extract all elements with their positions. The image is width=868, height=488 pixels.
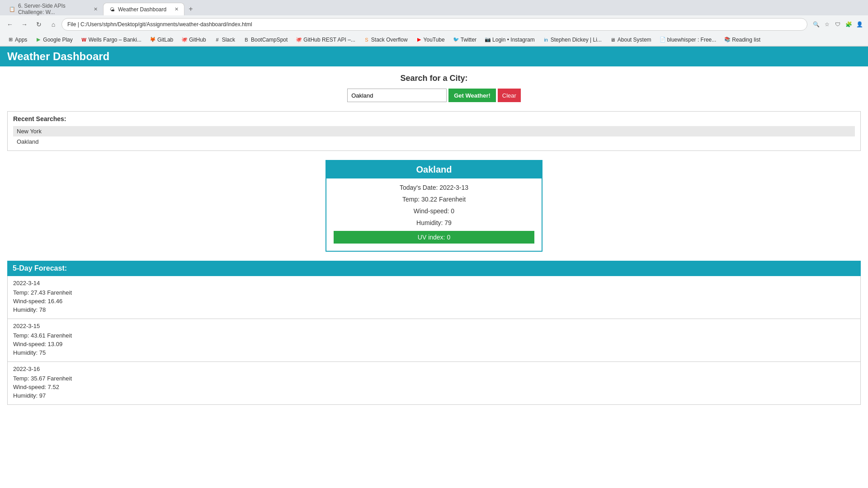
bookmark-google-play[interactable]: ▶ Google Play — [32, 36, 76, 44]
apps-icon: ⊞ — [7, 37, 14, 43]
bookmark-bluewhisper[interactable]: 📄 bluewhisper : Free... — [656, 36, 720, 44]
extensions-icon[interactable]: 🧩 — [844, 19, 854, 29]
bookmark-github-rest[interactable]: 🐙 GitHub REST API –... — [292, 36, 359, 44]
forecast-day2-humidity: Humidity: 75 — [13, 349, 855, 356]
today-wind: Wind-speed: 0 — [334, 207, 534, 215]
bookmark-instagram-label: Login • Instagram — [492, 37, 535, 43]
forward-button[interactable]: → — [18, 18, 31, 31]
tab1-close[interactable]: ✕ — [94, 6, 98, 12]
tab1-favicon: 📋 — [9, 6, 15, 12]
recent-search-item[interactable]: New York — [13, 126, 855, 136]
forecast-day2-date: 2022-3-15 — [13, 323, 855, 329]
today-date: Today's Date: 2022-3-13 — [334, 184, 534, 191]
bookmarks-bar: ⊞ Apps ▶ Google Play W Wells Fargo – Ban… — [0, 33, 868, 46]
address-input[interactable] — [61, 18, 807, 31]
profile-icon[interactable]: 👤 — [854, 19, 864, 29]
forecast-heading: 5-Day Forecast: — [7, 261, 861, 276]
tab2-close[interactable]: ✕ — [175, 6, 179, 12]
bookmark-apps[interactable]: ⊞ Apps — [4, 36, 31, 44]
weather-card-body: Today's Date: 2022-3-13 Temp: 30.22 Fare… — [326, 178, 542, 251]
tab-bar: 📋 6. Server-Side APIs Challenge: W... ✕ … — [0, 0, 868, 15]
recent-searches-section: Recent Searches: New York Oakland — [7, 111, 861, 151]
linkedin-icon: in — [543, 37, 549, 43]
bluewhisper-icon: 📄 — [660, 37, 666, 43]
bookmark-google-play-label: Google Play — [43, 37, 72, 43]
forecast-day3-temp: Temp: 35.67 Farenheit — [13, 375, 855, 382]
bookmark-wells-fargo-label: Wells Fargo – Banki... — [89, 37, 142, 43]
github-rest-icon: 🐙 — [296, 37, 302, 43]
wells-fargo-icon: W — [81, 37, 87, 43]
gitlab-icon: 🦊 — [150, 37, 156, 43]
bookmark-slack[interactable]: # Slack — [211, 36, 239, 44]
uv-index-bar: UV index: 0 — [334, 231, 534, 244]
tab-inactive[interactable]: 📋 6. Server-Side APIs Challenge: W... ✕ — [4, 3, 103, 15]
bookmark-stephen-dickey[interactable]: in Stephen Dickey | Li... — [539, 36, 605, 44]
address-bar-icons: 🔍 ☆ 🛡 🧩 👤 — [811, 19, 864, 29]
weather-card: Oakland Today's Date: 2022-3-13 Temp: 30… — [326, 160, 542, 252]
forecast-day1-wind: Wind-speed: 16.46 — [13, 298, 855, 305]
forecast-day1-humidity: Humidity: 78 — [13, 306, 855, 313]
tab-active[interactable]: 🌤 Weather Dashboard ✕ — [103, 3, 184, 15]
bookmark-stackoverflow[interactable]: S Stack Overflow — [360, 36, 411, 44]
browser-chrome: 📋 6. Server-Side APIs Challenge: W... ✕ … — [0, 0, 868, 47]
search-heading: Search for a City: — [7, 74, 861, 83]
tab2-title: Weather Dashboard — [118, 6, 166, 13]
google-play-icon: ▶ — [35, 37, 42, 43]
bookmark-reading-list-label: Reading list — [732, 37, 760, 43]
forecast-section: 5-Day Forecast: 2022-3-14 Temp: 27.43 Fa… — [7, 261, 861, 405]
reload-button[interactable]: ↻ — [33, 18, 45, 31]
main-content: Search for a City: Get Weather! Clear Re… — [0, 66, 868, 412]
about-system-icon: 🖥 — [610, 37, 616, 43]
forecast-day3-humidity: Humidity: 97 — [13, 392, 855, 399]
bookmark-about-system[interactable]: 🖥 About System — [606, 36, 655, 44]
bookmark-gitlab[interactable]: 🦊 GitLab — [146, 36, 177, 44]
search-section: Search for a City: Get Weather! Clear — [7, 74, 861, 102]
clear-button[interactable]: Clear — [498, 89, 521, 102]
bookmark-bluewhisper-label: bluewhisper : Free... — [667, 37, 717, 43]
home-button[interactable]: ⌂ — [47, 18, 60, 31]
instagram-icon: 📷 — [485, 37, 491, 43]
app-title: Weather Dashboard — [7, 50, 861, 63]
bookmark-about-system-label: About System — [618, 37, 651, 43]
reading-list-icon: 📚 — [724, 37, 731, 43]
today-humidity: Humidity: 79 — [334, 219, 534, 226]
recent-searches-heading: Recent Searches: — [13, 115, 855, 122]
bookmark-wells-fargo[interactable]: W Wells Fargo – Banki... — [77, 36, 145, 44]
forecast-day-2: 2022-3-15 Temp: 43.61 Farenheit Wind-spe… — [7, 319, 861, 362]
forecast-day2-wind: Wind-speed: 13.09 — [13, 341, 855, 347]
bookmark-stackoverflow-label: Stack Overflow — [371, 37, 408, 43]
back-button[interactable]: ← — [4, 18, 16, 31]
bookmark-github-rest-label: GitHub REST API –... — [303, 37, 355, 43]
bookmark-stephen-dickey-label: Stephen Dickey | Li... — [551, 37, 602, 43]
shield-icon[interactable]: 🛡 — [833, 19, 843, 29]
tab1-title: 6. Server-Side APIs Challenge: W... — [18, 3, 91, 15]
tab2-favicon: 🌤 — [109, 6, 115, 13]
get-weather-button[interactable]: Get Weather! — [448, 89, 496, 102]
weather-card-wrapper: Oakland Today's Date: 2022-3-13 Temp: 30… — [7, 160, 861, 252]
slack-icon: # — [214, 37, 221, 43]
bookmark-apps-label: Apps — [15, 37, 27, 43]
bookmark-gitlab-label: GitLab — [157, 37, 173, 43]
bookmark-slack-label: Slack — [222, 37, 235, 43]
bookmark-star-icon[interactable]: ☆ — [822, 19, 832, 29]
youtube-icon: ▶ — [416, 37, 422, 43]
new-tab-button[interactable]: + — [184, 3, 197, 15]
bookmark-reading-list[interactable]: 📚 Reading list — [721, 36, 764, 44]
forecast-day2-temp: Temp: 43.61 Farenheit — [13, 332, 855, 339]
bookmark-youtube-label: YouTube — [424, 37, 445, 43]
bookmark-github[interactable]: 🐙 GitHub — [178, 36, 209, 44]
search-row: Get Weather! Clear — [7, 89, 861, 102]
bookmark-instagram[interactable]: 📷 Login • Instagram — [481, 36, 538, 44]
bookmark-youtube[interactable]: ▶ YouTube — [412, 36, 448, 44]
city-input[interactable] — [347, 89, 447, 102]
bookmark-twitter-label: Twitter — [461, 37, 476, 43]
app-header: Weather Dashboard — [0, 47, 868, 66]
forecast-day3-wind: Wind-speed: 7.52 — [13, 384, 855, 390]
bookmark-bootcampspot[interactable]: B BootCampSpot — [240, 36, 291, 44]
forecast-day3-date: 2022-3-16 — [13, 366, 855, 372]
search-icon[interactable]: 🔍 — [811, 19, 821, 29]
twitter-icon: 🐦 — [453, 37, 459, 43]
forecast-day-1: 2022-3-14 Temp: 27.43 Farenheit Wind-spe… — [7, 276, 861, 319]
recent-search-item[interactable]: Oakland — [13, 136, 855, 147]
bookmark-twitter[interactable]: 🐦 Twitter — [449, 36, 480, 44]
